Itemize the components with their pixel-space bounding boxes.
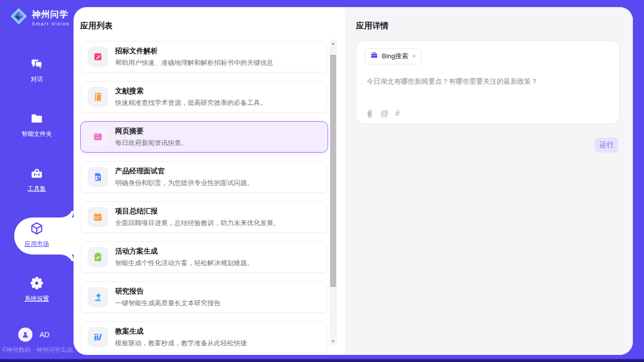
app-desc: 一键智能生成高质量长文本研究报告 [115,299,221,308]
brand-diamond-icon [9,7,28,28]
prompt-card: Bing搜索 × 今日湖北有哪些新闻要点？有哪些需要关注的最新政策？ @ # [356,41,620,124]
app-name: 招标文件解析 [115,47,273,56]
app-desc: 帮助用户快速、准确地理解和解析招标书中的关键信息 [115,58,273,67]
clipboard-check-icon [88,247,108,267]
attachment-icon[interactable] [366,109,374,118]
app-card-project-summary[interactable]: 项目总结汇报 全面回顾项目进展，总结经验教训，助力未来优化发展。 [80,201,328,233]
books-icon [88,327,108,347]
app-window: 神州问学 Smart Vision 对话 智能文件夹 [0,0,644,362]
scrollbar-thumb[interactable] [330,55,336,287]
chat-icon [30,57,44,73]
briefcase-icon [370,51,378,61]
app-card-pm-interviewer[interactable]: 产品经理面试官 明确身份和职责，为您提供专业性的面试问题。 [80,161,328,193]
app-card-literature-search[interactable]: 文献搜索 快速精准查找学术资源，提高研究效率的必备工具。 [80,81,328,113]
scroll-down-icon[interactable]: ▼ [330,338,337,345]
gear-icon [29,276,44,293]
app-desc: 全面回顾项目进展，总结经验教训，助力未来优化发展。 [115,219,280,228]
sidebar-item-label: 工具集 [28,185,46,193]
toolbox-icon [30,167,44,183]
svg-text:</>: </> [95,136,101,139]
app-desc: 明确身份和职责，为您提供专业性的面试问题。 [115,178,254,188]
app-desc: 每日政府新闻资讯快查。 [115,138,188,148]
tool-tag-label: Bing搜索 [382,52,408,61]
sidebar-item-toolbox[interactable]: 工具集 [0,167,74,193]
scrollbar[interactable]: ▲ ▼ [330,40,337,345]
brand-tagline: Smart Vision [32,21,70,26]
sidebar-item-app-market[interactable]: 应用市场 [0,221,74,248]
input-toolbar: @ # [366,109,400,118]
app-card-webpage-summary[interactable]: </> 网页摘要 每日政府新闻资讯快查。 [80,121,328,153]
brand-logo: 神州问学 Smart Vision [9,7,70,28]
prompt-input[interactable]: 今日湖北有哪些新闻要点？有哪些需要关注的最新政策？ [367,77,610,87]
app-list-title: 应用列表 [80,21,113,31]
app-desc: 快速精准查找学术资源，提高研究效率的必备工具。 [115,98,267,107]
sidebar-item-chat[interactable]: 对话 [0,57,74,84]
app-card-lesson-plan[interactable]: 教案生成 模板驱动，教案秒成，教学准备从此轻松快捷 [80,321,328,353]
app-detail-title: 应用详情 [356,21,388,31]
sidebar-item-settings[interactable]: 系统设置 [0,276,74,303]
app-desc: 智能生成个性化活动方案，轻松解决规划难题。 [115,259,254,268]
scroll-up-icon[interactable]: ▲ [330,40,337,47]
app-card-research-report[interactable]: 研究报告 一键智能生成高质量长文本研究报告 [80,281,328,313]
app-name: 产品经理面试官 [115,167,254,176]
app-name: 项目总结汇报 [115,207,280,216]
interviewer-icon [88,167,108,187]
app-list: 招标文件解析 帮助用户快速、准确地理解和解析招标书中的关键信息 文献搜索 快速精… [80,38,328,355]
copyright-text: ©神州数码 · 神州问学出品 [2,346,73,354]
window-bottom-edge [0,359,644,362]
sidebar-item-label: 系统设置 [25,295,49,303]
app-name: 文献搜索 [115,87,267,96]
user-name: AD [40,331,49,339]
close-icon[interactable]: × [412,53,416,60]
calendar-icon [88,207,108,227]
sidebar: 神州问学 Smart Vision 对话 智能文件夹 [0,0,74,362]
webpage-code-icon: </> [88,127,108,147]
hash-icon[interactable]: # [395,109,400,118]
research-icon [88,287,108,307]
app-card-event-plan[interactable]: 活动方案生成 智能生成个性化活动方案，轻松解决规划难题。 [80,241,328,273]
run-button[interactable]: 运行 [594,137,619,153]
edit-square-icon [88,47,108,67]
app-card-tender-analysis[interactable]: 招标文件解析 帮助用户快速、准确地理解和解析招标书中的关键信息 [80,41,328,73]
app-detail-panel: 应用详情 Bing搜索 × 今日湖北有哪些新闻要点？有哪些需要关注的最新政策？ [345,7,633,355]
app-name: 研究报告 [115,287,221,296]
brand-name: 神州问学 [32,9,70,20]
mention-icon[interactable]: @ [380,109,388,118]
content-area: 应用列表 招标文件解析 帮助用户快速、准确地理解和解析招标书中的关键信息 [74,7,633,355]
avatar [18,328,32,342]
folder-icon [30,112,44,128]
tool-tag-bing-search[interactable]: Bing搜索 × [365,48,422,64]
app-desc: 模板驱动，教案秒成，教学准备从此轻松快捷 [115,339,247,348]
app-name: 网页摘要 [115,127,188,136]
cube-icon [29,221,44,238]
sidebar-item-label: 对话 [31,75,43,84]
book-icon [88,87,108,107]
user-account[interactable]: AD [18,328,49,342]
sidebar-item-label: 应用市场 [25,240,49,248]
app-name: 教案生成 [115,327,247,336]
sidebar-item-smart-folder[interactable]: 智能文件夹 [0,112,74,138]
app-name: 活动方案生成 [115,247,254,256]
sidebar-item-label: 智能文件夹 [22,130,52,138]
